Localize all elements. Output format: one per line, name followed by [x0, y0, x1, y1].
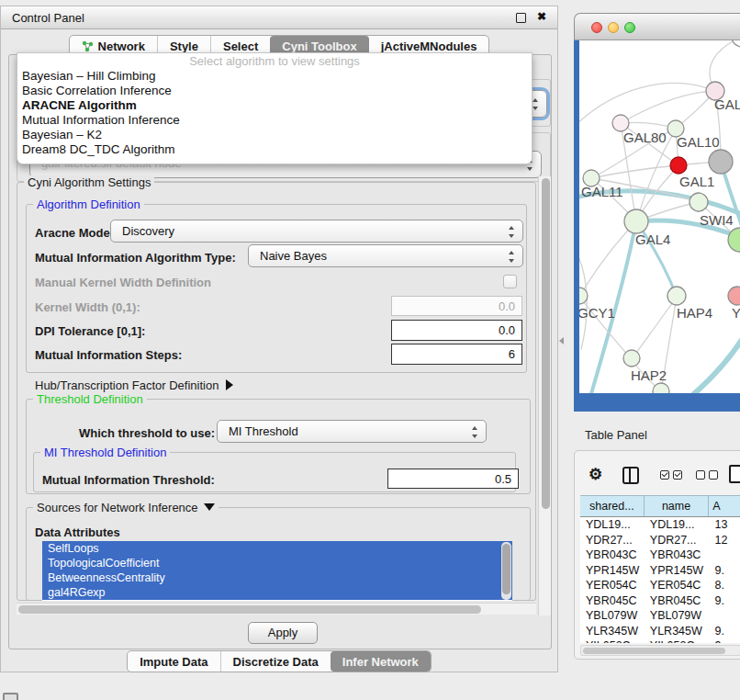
network-node-hap4[interactable]: [667, 287, 686, 305]
algorithm-option[interactable]: ARACNE Algorithm: [17, 98, 532, 113]
data-attribute-item[interactable]: SelfLoops: [42, 541, 512, 556]
mi-algorithm-type-label: Mutual Information Algorithm Type:: [35, 251, 236, 265]
kernel-width-field: 0.0: [391, 296, 522, 316]
network-icon: [82, 40, 94, 52]
table-row[interactable]: YBL079WYBL079W: [580, 608, 740, 624]
table-cell: 9.: [710, 624, 740, 639]
network-node[interactable]: [653, 383, 669, 393]
bottom-tabbar: Impute DataDiscretize DataInfer Network: [1, 650, 557, 672]
table-cell: YER054C: [580, 578, 645, 593]
list-scrollbar-thumb[interactable]: [502, 544, 510, 594]
threshold-definition-title: Threshold Definition: [33, 392, 147, 406]
data-attributes-label: Data Attributes: [35, 525, 120, 539]
kernel-width-label: Kernel Width (0,1):: [35, 300, 140, 314]
splitter-collapse-icon[interactable]: [559, 337, 564, 344]
table-cell: YBR045C: [580, 593, 645, 609]
minimize-traffic-light-icon[interactable]: [608, 22, 619, 33]
algorithm-option[interactable]: Dream8 DC_TDC Algorithm: [17, 142, 532, 157]
network-edge: [579, 84, 715, 127]
network-edge: [632, 297, 677, 359]
data-attribute-item[interactable]: TopologicalCoefficient: [42, 556, 512, 570]
network-node-hap2[interactable]: [623, 350, 640, 367]
network-node-swi4[interactable]: [690, 193, 708, 211]
mi-algorithm-type-combobox[interactable]: Naive Bayes: [248, 244, 523, 267]
network-node[interactable]: [732, 40, 740, 47]
checked-pair-icon[interactable]: [660, 470, 686, 487]
close-traffic-light-icon[interactable]: [591, 22, 602, 33]
vertical-scrollbar-thumb[interactable]: [542, 178, 550, 509]
table-scrollbar-thumb[interactable]: [583, 648, 725, 654]
table-cell: YLR345W: [645, 624, 710, 639]
table-row[interactable]: YBR043CYBR043C: [580, 548, 740, 563]
which-threshold-value: MI Threshold: [229, 424, 298, 438]
table-cell: YBR045C: [645, 593, 710, 609]
network-canvas[interactable]: GALGAL80GAL10GAL1GAL11SWI4GAL4GCY1HAP4YH…: [579, 40, 740, 393]
column-header[interactable]: A: [709, 496, 740, 516]
sources-title[interactable]: Sources for Network Inference: [33, 501, 219, 514]
float-window-icon[interactable]: [516, 13, 526, 23]
hub-definition-toggle[interactable]: Hub/Transcription Factor Definition: [35, 378, 233, 392]
screen: Control Panel ✖ NetworkStyleSelectCyni T…: [0, 0, 740, 700]
cyni-algorithm-settings-title: Cyni Algorithm Settings: [24, 175, 154, 189]
minimized-window-icon[interactable]: [3, 693, 18, 700]
table-row[interactable]: YLR345WYLR345W9.: [580, 624, 740, 639]
algorithm-option[interactable]: Bayesian – Hill Climbing: [17, 69, 532, 84]
columns-icon[interactable]: [622, 467, 639, 484]
network-window-titlebar[interactable]: [574, 13, 740, 40]
mi-threshold-field[interactable]: 0.5: [387, 469, 519, 489]
tab-impute-data[interactable]: Impute Data: [128, 651, 219, 672]
column-header[interactable]: name: [645, 496, 710, 516]
dpi-tolerance-label: DPI Tolerance [0,1]:: [35, 324, 145, 338]
data-attribute-item[interactable]: gal4RGexp: [42, 585, 512, 600]
aracne-mode-combobox[interactable]: Discovery: [110, 220, 523, 243]
network-node-gal1[interactable]: [670, 157, 687, 174]
table-toolbar: ⚙: [575, 464, 740, 488]
data-attributes-list[interactable]: SelfLoopsTopologicalCoefficientBetweenne…: [42, 541, 512, 601]
tab-infer-network[interactable]: Infer Network: [331, 651, 431, 672]
unchecked-pair-icon[interactable]: [696, 470, 722, 487]
algorithm-popup-placeholder: Select algorithm to view settings: [17, 53, 532, 69]
network-node-label: GCY1: [579, 305, 615, 321]
algorithm-option[interactable]: Bayesian – K2: [17, 128, 532, 142]
table-horizontal-scrollbar[interactable]: [580, 645, 740, 656]
network-window-frame: [574, 393, 740, 412]
horizontal-scrollbar[interactable]: [17, 603, 536, 615]
dpi-tolerance-field[interactable]: 0.0: [391, 320, 522, 341]
zoom-traffic-light-icon[interactable]: [624, 22, 635, 33]
network-node-y[interactable]: [728, 287, 740, 305]
table-row[interactable]: YPR145WYPR145W9.: [580, 563, 740, 579]
network-view-window: GALGAL80GAL10GAL1GAL11SWI4GAL4GCY1HAP4YH…: [574, 13, 740, 412]
dpi-tolerance-value: 0.0: [499, 323, 515, 337]
table-row[interactable]: YBR045CYBR045C9.: [580, 593, 740, 609]
list-scrollbar[interactable]: [501, 542, 511, 600]
network-node-label: GAL: [714, 96, 740, 112]
network-node-gal4[interactable]: [624, 209, 648, 233]
table-row[interactable]: YER054CYER054C8.: [580, 578, 740, 593]
tab-label: jActiveMNodules: [381, 40, 477, 53]
document-icon[interactable]: [729, 465, 740, 483]
table-row[interactable]: YDR27...YDR27...12: [580, 533, 740, 548]
tab-label: Infer Network: [342, 655, 419, 669]
gear-icon[interactable]: ⚙: [589, 465, 602, 484]
tab-discretize-data[interactable]: Discretize Data: [220, 651, 331, 672]
close-icon[interactable]: ✖: [537, 10, 546, 24]
control-panel-title: Control Panel: [12, 11, 84, 25]
vertical-scrollbar[interactable]: [538, 176, 552, 615]
data-attribute-item[interactable]: BetweennessCentrality: [42, 570, 512, 585]
manual-kernel-width-checkbox[interactable]: [503, 275, 517, 288]
tab-label: Select: [223, 40, 258, 53]
table-cell: YDL19...: [580, 517, 645, 533]
which-threshold-combobox[interactable]: MI Threshold: [217, 420, 487, 443]
horizontal-scrollbar-thumb[interactable]: [18, 605, 481, 614]
column-header[interactable]: shared...: [580, 496, 645, 516]
table-row[interactable]: YDL19...YDL19...13: [580, 517, 740, 533]
apply-button[interactable]: Apply: [248, 622, 318, 644]
mi-steps-field[interactable]: 6: [391, 344, 522, 365]
table-body: YDL19...YDL19...13YDR27...YDR27...12YBR0…: [580, 517, 740, 643]
table-cell: YLR345W: [580, 624, 645, 639]
network-node-label: GAL80: [623, 130, 667, 145]
algorithm-option[interactable]: Mutual Information Inference: [17, 113, 532, 128]
algorithm-option[interactable]: Basic Correlation Inference: [17, 84, 532, 98]
table-row[interactable]: YIL052CYIL052C9.: [580, 638, 740, 643]
network-node[interactable]: [709, 150, 733, 174]
